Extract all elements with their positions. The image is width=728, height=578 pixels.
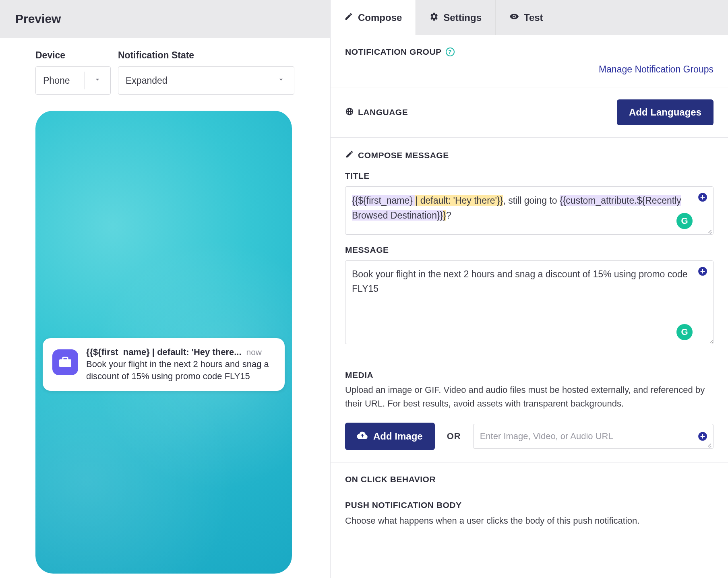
resize-handle[interactable]	[706, 227, 712, 233]
gear-icon	[430, 12, 438, 23]
tab-compose[interactable]: Compose	[331, 0, 416, 35]
notification-title: {{${first_name} | default: 'Hey there...	[86, 347, 242, 357]
sections-scroll[interactable]: NOTIFICATION GROUP ? Manage Notification…	[331, 35, 728, 538]
notification-body: {{${first_name} | default: 'Hey there...…	[86, 347, 275, 382]
add-image-button[interactable]: Add Image	[345, 423, 435, 450]
title-text-middle: , still going to	[503, 195, 560, 206]
add-image-button-label: Add Image	[373, 431, 423, 442]
phone-preview-wrap: {{${first_name} | default: 'Hey there...…	[0, 103, 330, 578]
or-separator: OR	[447, 431, 461, 442]
tab-compose-label: Compose	[358, 12, 402, 23]
state-label: Notification State	[118, 50, 294, 61]
tab-test[interactable]: Test	[496, 0, 557, 35]
title-token-firstname: {{${first_name}	[352, 195, 415, 206]
preview-panel: Preview Device Phone Notification State …	[0, 0, 330, 578]
message-input-wrap: G	[345, 260, 714, 346]
tab-test-label: Test	[524, 12, 543, 23]
language-label: LANGUAGE	[345, 107, 408, 118]
pencil-icon	[344, 12, 353, 23]
media-url-input-wrap	[473, 424, 714, 449]
title-text-end: ?	[446, 210, 451, 221]
grammarly-icon[interactable]: G	[676, 213, 693, 229]
editor-panel: Compose Settings Test NOTIFICATION GROUP…	[330, 0, 728, 578]
device-select-value: Phone	[43, 75, 70, 86]
preview-title: Preview	[15, 12, 315, 26]
cloud-upload-icon	[357, 430, 368, 443]
state-select-value: Expanded	[126, 75, 168, 86]
edit-icon	[345, 150, 354, 161]
device-label: Device	[35, 50, 111, 61]
help-icon[interactable]: ?	[446, 47, 455, 56]
notification-group-section: NOTIFICATION GROUP ? Manage Notification…	[331, 35, 728, 87]
app-root: Preview Device Phone Notification State …	[0, 0, 728, 578]
message-field-label: MESSAGE	[345, 245, 714, 255]
language-label-text: LANGUAGE	[358, 107, 408, 117]
title-input[interactable]: {{${first_name} | default: 'Hey there'}}…	[345, 186, 714, 235]
notification-time: now	[246, 347, 262, 357]
select-divider	[84, 72, 85, 89]
push-body-description: Choose what happens when a user clicks t…	[345, 516, 714, 526]
manage-groups-link[interactable]: Manage Notification Groups	[599, 64, 714, 74]
title-input-wrap: {{${first_name} | default: 'Hey there'}}…	[345, 186, 714, 235]
language-section: LANGUAGE Add Languages	[331, 87, 728, 138]
notification-message: Book your flight in the next 2 hours and…	[86, 358, 275, 382]
grammarly-icon[interactable]: G	[676, 324, 693, 340]
globe-icon	[345, 107, 354, 118]
chevron-down-icon	[93, 75, 101, 86]
compose-message-label-text: COMPOSE MESSAGE	[358, 151, 449, 160]
tab-bar: Compose Settings Test	[331, 0, 728, 35]
message-input[interactable]	[345, 260, 714, 344]
media-section: MEDIA Upload an image or GIF. Video and …	[331, 358, 728, 462]
phone-mock: {{${first_name} | default: 'Hey there...…	[35, 111, 292, 574]
add-languages-button-label: Add Languages	[629, 107, 701, 118]
title-insert-button[interactable]	[697, 192, 708, 204]
state-select[interactable]: Expanded	[118, 66, 294, 95]
media-url-input[interactable]	[473, 424, 714, 449]
tab-settings-label: Settings	[443, 12, 482, 23]
device-select[interactable]: Phone	[35, 66, 111, 95]
preview-controls: Device Phone Notification State Expanded	[0, 38, 330, 103]
notification-card: {{${first_name} | default: 'Hey there...…	[43, 338, 285, 391]
notification-group-label: NOTIFICATION GROUP ?	[345, 47, 714, 57]
title-token-close: }	[443, 210, 446, 221]
notification-header-row: {{${first_name} | default: 'Hey there...…	[86, 347, 275, 357]
state-control-group: Notification State Expanded	[118, 50, 294, 95]
title-token-default: | default: 'Hey there'}}	[415, 195, 503, 206]
tab-settings[interactable]: Settings	[416, 0, 496, 35]
media-description: Upload an image or GIF. Video and audio …	[345, 383, 714, 411]
add-languages-button[interactable]: Add Languages	[617, 99, 714, 125]
select-divider	[268, 72, 268, 89]
device-control-group: Device Phone	[35, 50, 111, 95]
resize-handle[interactable]	[705, 441, 712, 447]
chevron-down-icon	[277, 75, 285, 86]
notification-group-label-text: NOTIFICATION GROUP	[345, 47, 442, 57]
title-field-label: TITLE	[345, 171, 714, 181]
compose-message-section: COMPOSE MESSAGE TITLE {{${first_name} | …	[331, 138, 728, 358]
on-click-label: ON CLICK BEHAVIOR	[345, 475, 714, 484]
media-row: Add Image OR	[345, 423, 714, 450]
media-label: MEDIA	[345, 370, 714, 380]
compose-message-label: COMPOSE MESSAGE	[345, 150, 714, 161]
push-body-label: PUSH NOTIFICATION BODY	[345, 500, 714, 510]
message-insert-button[interactable]	[697, 266, 708, 278]
eye-icon	[509, 12, 519, 24]
preview-header: Preview	[0, 0, 330, 38]
on-click-section: ON CLICK BEHAVIOR PUSH NOTIFICATION BODY…	[331, 462, 728, 538]
app-icon	[52, 349, 78, 375]
